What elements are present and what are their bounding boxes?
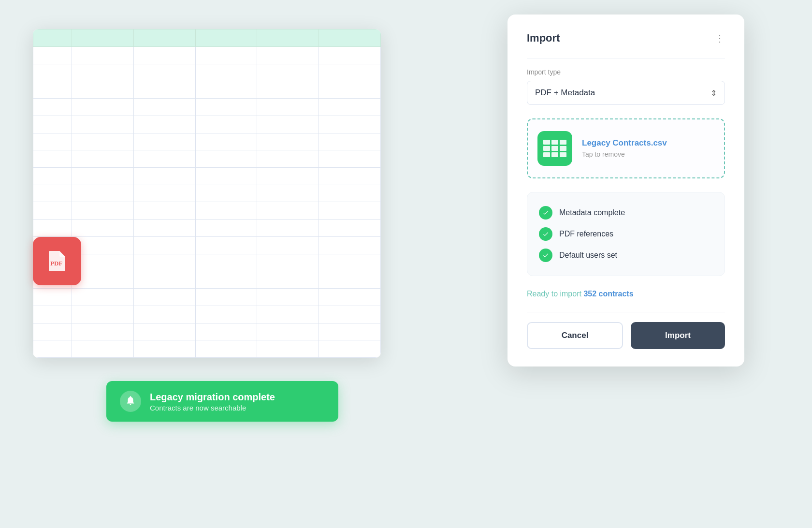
spreadsheet-cell: [72, 116, 134, 133]
spreadsheet-cell: [257, 185, 319, 202]
spreadsheet-cell: [195, 99, 257, 116]
spreadsheet-cell: [195, 271, 257, 289]
spreadsheet-cell: [195, 150, 257, 168]
check-circle-icon: [539, 227, 552, 241]
spreadsheet-cell: [133, 64, 195, 81]
modal-divider-bottom: [527, 312, 725, 312]
spreadsheet-cell: [257, 47, 319, 64]
spreadsheet-cell: [33, 47, 72, 64]
spreadsheet-cell: [133, 340, 195, 358]
spreadsheet-cell: [133, 202, 195, 220]
col-header-5: [257, 29, 319, 47]
spreadsheet-card: [33, 29, 381, 358]
file-dropzone[interactable]: Legacy Contracts.csv Tap to remove: [527, 118, 725, 178]
spreadsheet-cell: [319, 150, 381, 168]
spreadsheet-cell: [195, 254, 257, 271]
spreadsheet-cell: [195, 306, 257, 323]
spreadsheet-cell: [257, 81, 319, 99]
toast-notification: Legacy migration complete Contracts are …: [106, 381, 338, 422]
checklist-item-label: Default users set: [559, 251, 617, 260]
spreadsheet-cell: [195, 289, 257, 306]
cancel-button[interactable]: Cancel: [527, 322, 623, 349]
spreadsheet-cell: [319, 64, 381, 81]
spreadsheet-cell: [33, 289, 72, 306]
spreadsheet-cell: [133, 47, 195, 64]
import-type-select[interactable]: PDF + Metadata ⇕: [527, 81, 725, 105]
spreadsheet-cell: [72, 306, 134, 323]
spreadsheet-cell: [319, 47, 381, 64]
import-type-label: Import type: [527, 68, 725, 76]
spreadsheet-cell: [319, 289, 381, 306]
spreadsheet-cell: [133, 81, 195, 99]
checklist-item: PDF references: [539, 223, 713, 245]
spreadsheet-cell: [33, 81, 72, 99]
spreadsheet-cell: [33, 340, 72, 358]
spreadsheet-cell: [133, 306, 195, 323]
file-name[interactable]: Legacy Contracts.csv: [582, 138, 714, 148]
toast-text: Legacy migration complete Contracts are …: [150, 391, 275, 412]
spreadsheet-cell: [133, 150, 195, 168]
spreadsheet-cell: [72, 133, 134, 150]
modal-footer: Cancel Import: [527, 322, 725, 349]
spreadsheet-cell: [33, 306, 72, 323]
spreadsheet-cell: [195, 47, 257, 64]
spreadsheet-cell: [319, 236, 381, 254]
spreadsheet-cell: [72, 202, 134, 220]
checklist-item: Default users set: [539, 245, 713, 266]
spreadsheet-cell: [33, 323, 72, 340]
modal-menu-dots-icon[interactable]: ⋮: [715, 32, 725, 44]
import-modal: Import ⋮ Import type PDF + Metadata ⇕ Le…: [508, 15, 744, 367]
spreadsheet-cell: [319, 185, 381, 202]
spreadsheet-cell: [195, 236, 257, 254]
spreadsheet-cell: [195, 202, 257, 220]
csv-file-icon: [537, 131, 572, 166]
spreadsheet-cell: [257, 168, 319, 185]
spreadsheet-cell: [133, 99, 195, 116]
spreadsheet-cell: [257, 306, 319, 323]
spreadsheet-cell: [319, 306, 381, 323]
svg-text:PDF: PDF: [50, 260, 62, 267]
spreadsheet-cell: [33, 133, 72, 150]
col-header-1: [33, 29, 72, 47]
spreadsheet-cell: [195, 220, 257, 237]
col-header-4: [195, 29, 257, 47]
spreadsheet-cell: [72, 168, 134, 185]
spreadsheet-cell: [195, 133, 257, 150]
ready-prefix: Ready to import: [527, 290, 583, 298]
spreadsheet-cell: [133, 116, 195, 133]
spreadsheet-cell: [33, 64, 72, 81]
spreadsheet-cell: [319, 99, 381, 116]
modal-header: Import ⋮: [527, 32, 725, 44]
file-info: Legacy Contracts.csv Tap to remove: [582, 138, 714, 159]
spreadsheet-cell: [72, 289, 134, 306]
spreadsheet-cell: [133, 289, 195, 306]
spreadsheet-cell: [257, 271, 319, 289]
spreadsheet-cell: [319, 133, 381, 150]
checklist-item-label: Metadata complete: [559, 208, 625, 217]
spreadsheet-cell: [133, 185, 195, 202]
spreadsheet-cell: [72, 323, 134, 340]
spreadsheet-cell: [257, 323, 319, 340]
spreadsheet-cell: [33, 168, 72, 185]
spreadsheet-cell: [319, 116, 381, 133]
spreadsheet-cell: [33, 202, 72, 220]
spreadsheet-cell: [319, 202, 381, 220]
select-arrows-icon: ⇕: [710, 88, 717, 98]
ready-count: 352 contracts: [583, 290, 633, 298]
spreadsheet-cell: [133, 168, 195, 185]
spreadsheet-cell: [257, 150, 319, 168]
spreadsheet-cell: [195, 340, 257, 358]
spreadsheet-cell: [257, 133, 319, 150]
checklist-box: Metadata complete PDF references Default…: [527, 192, 725, 276]
import-button[interactable]: Import: [631, 322, 725, 349]
spreadsheet-cell: [72, 47, 134, 64]
spreadsheet-cell: [133, 254, 195, 271]
spreadsheet-cell: [133, 271, 195, 289]
spreadsheet-cell: [133, 133, 195, 150]
col-header-2: [72, 29, 134, 47]
spreadsheet-cell: [257, 340, 319, 358]
spreadsheet-cell: [133, 236, 195, 254]
spreadsheet-cell: [72, 150, 134, 168]
spreadsheet-cell: [195, 185, 257, 202]
spreadsheet-cell: [257, 202, 319, 220]
